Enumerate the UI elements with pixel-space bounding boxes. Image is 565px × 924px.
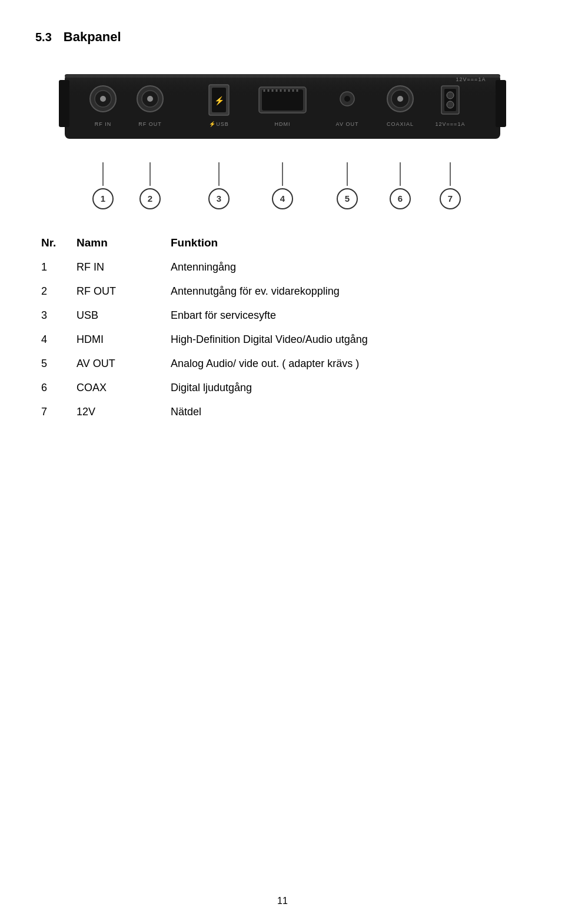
cell-funktion: Enbart för servicesyfte bbox=[165, 303, 530, 328]
table-row: 3USBEnbart för servicesyfte bbox=[35, 303, 530, 328]
svg-text:12V===1A: 12V===1A bbox=[436, 121, 466, 127]
table-row: 6COAXDigital ljudutgång bbox=[35, 376, 530, 400]
svg-point-11 bbox=[147, 96, 153, 102]
svg-text:6: 6 bbox=[398, 194, 403, 204]
svg-point-40 bbox=[447, 101, 454, 108]
svg-text:4: 4 bbox=[280, 194, 285, 204]
cell-funktion: Nätdel bbox=[165, 400, 530, 424]
cell-namn: RF IN bbox=[71, 255, 165, 279]
cell-namn: HDMI bbox=[71, 328, 165, 352]
device-diagram: RF IN RF OUT ⚡ ⚡USB bbox=[35, 68, 530, 215]
cell-nr: 2 bbox=[35, 279, 71, 303]
cell-nr: 1 bbox=[35, 255, 71, 279]
svg-text:2: 2 bbox=[148, 194, 152, 204]
table-row: 712VNätdel bbox=[35, 400, 530, 424]
cell-namn: RF OUT bbox=[71, 279, 165, 303]
cell-nr: 5 bbox=[35, 352, 71, 376]
cell-namn: USB bbox=[71, 303, 165, 328]
table-row: 1RF INAntenningång bbox=[35, 255, 530, 279]
cell-nr: 7 bbox=[35, 400, 71, 424]
cell-funktion: Antenningång bbox=[165, 255, 530, 279]
col-namn: Namn bbox=[71, 233, 165, 255]
svg-text:RF OUT: RF OUT bbox=[138, 121, 162, 127]
col-nr: Nr. bbox=[35, 233, 71, 255]
svg-text:COAXIAL: COAXIAL bbox=[387, 121, 414, 127]
svg-text:7: 7 bbox=[448, 194, 453, 204]
cell-namn: AV OUT bbox=[71, 352, 165, 376]
cell-namn: COAX bbox=[71, 376, 165, 400]
svg-rect-4 bbox=[496, 80, 506, 127]
function-table: Nr. Namn Funktion 1RF INAntenningång2RF … bbox=[35, 233, 530, 424]
svg-text:AV OUT: AV OUT bbox=[336, 121, 359, 127]
svg-point-39 bbox=[447, 92, 454, 99]
table-row: 2RF OUTAntennutgång för ev. vidarekoppli… bbox=[35, 279, 530, 303]
svg-text:12V===1A: 12V===1A bbox=[456, 76, 486, 82]
page-number: 11 bbox=[277, 896, 288, 906]
svg-text:5: 5 bbox=[345, 194, 350, 204]
svg-text:HDMI: HDMI bbox=[275, 121, 291, 127]
svg-text:RF IN: RF IN bbox=[95, 121, 112, 127]
svg-rect-18 bbox=[262, 89, 303, 111]
cell-nr: 4 bbox=[35, 328, 71, 352]
svg-text:3: 3 bbox=[217, 194, 221, 204]
cell-namn: 12V bbox=[71, 400, 165, 424]
section-title: Bakpanel bbox=[64, 29, 121, 45]
svg-text:1: 1 bbox=[101, 194, 105, 204]
cell-funktion: Analog Audio/ vide out. ( adapter krävs … bbox=[165, 352, 530, 376]
svg-point-7 bbox=[100, 96, 106, 102]
svg-rect-3 bbox=[59, 80, 69, 127]
cell-funktion: Digital ljudutgång bbox=[165, 376, 530, 400]
svg-point-34 bbox=[397, 96, 403, 102]
svg-point-30 bbox=[344, 96, 350, 102]
col-funktion: Funktion bbox=[165, 233, 530, 255]
cell-funktion: High-Definition Digital Video/Audio utgå… bbox=[165, 328, 530, 352]
section-number: 5.3 bbox=[35, 31, 52, 44]
svg-text:⚡USB: ⚡USB bbox=[209, 121, 229, 128]
cell-nr: 3 bbox=[35, 303, 71, 328]
svg-text:⚡: ⚡ bbox=[214, 96, 225, 106]
table-row: 4HDMIHigh-Definition Digital Video/Audio… bbox=[35, 328, 530, 352]
cell-funktion: Antennutgång för ev. vidarekoppling bbox=[165, 279, 530, 303]
table-row: 5AV OUTAnalog Audio/ vide out. ( adapter… bbox=[35, 352, 530, 376]
cell-nr: 6 bbox=[35, 376, 71, 400]
